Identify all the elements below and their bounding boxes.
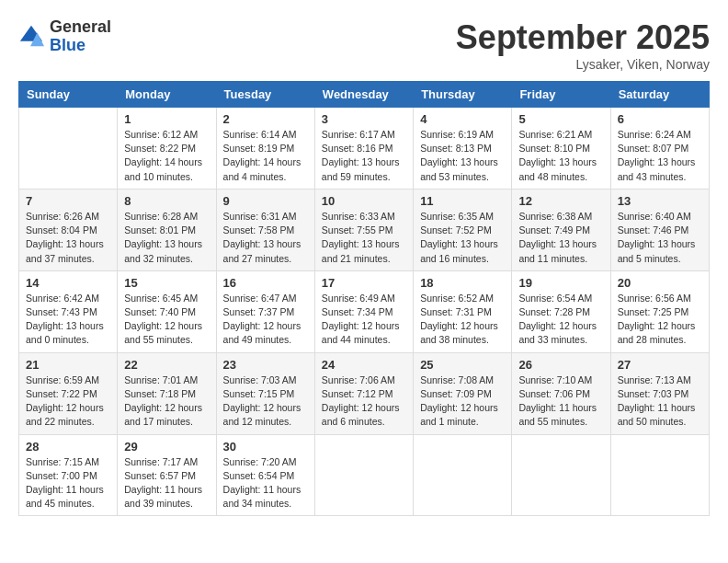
- day-number: 28: [26, 440, 110, 454]
- calendar-cell: [414, 434, 512, 516]
- calendar-cell: 23Sunrise: 7:03 AMSunset: 7:15 PMDayligh…: [216, 352, 314, 434]
- day-info: Sunrise: 7:08 AMSunset: 7:09 PMDaylight:…: [420, 373, 505, 430]
- day-number: 25: [420, 358, 505, 372]
- day-info: Sunrise: 7:20 AMSunset: 6:54 PMDaylight:…: [223, 455, 308, 511]
- day-number: 3: [322, 112, 406, 126]
- day-number: 16: [223, 276, 308, 290]
- day-info: Sunrise: 6:52 AMSunset: 7:31 PMDaylight:…: [420, 292, 505, 348]
- day-info: Sunrise: 7:15 AMSunset: 7:00 PMDaylight:…: [26, 455, 110, 511]
- day-info: Sunrise: 6:42 AMSunset: 7:43 PMDaylight:…: [26, 292, 110, 348]
- calendar-cell: 25Sunrise: 7:08 AMSunset: 7:09 PMDayligh…: [414, 352, 512, 434]
- weekday-header-thursday: Thursday: [414, 82, 512, 108]
- day-number: 23: [223, 358, 308, 372]
- weekday-header-saturday: Saturday: [610, 82, 709, 108]
- calendar-week-row: 21Sunrise: 6:59 AMSunset: 7:22 PMDayligh…: [19, 352, 710, 434]
- calendar-week-row: 14Sunrise: 6:42 AMSunset: 7:43 PMDayligh…: [19, 270, 710, 352]
- day-number: 17: [322, 276, 406, 290]
- calendar-cell: 9Sunrise: 6:31 AMSunset: 7:58 PMDaylight…: [216, 189, 314, 270]
- calendar-cell: 12Sunrise: 6:38 AMSunset: 7:49 PMDayligh…: [512, 189, 610, 270]
- day-number: 6: [618, 112, 702, 126]
- calendar-cell: 30Sunrise: 7:20 AMSunset: 6:54 PMDayligh…: [216, 434, 314, 516]
- logo-blue-text: Blue: [50, 37, 111, 55]
- calendar-cell: 15Sunrise: 6:45 AMSunset: 7:40 PMDayligh…: [118, 270, 216, 352]
- day-number: 4: [420, 112, 505, 126]
- logo-general-text: General: [50, 18, 111, 37]
- day-number: 24: [322, 358, 406, 372]
- calendar-cell: 27Sunrise: 7:13 AMSunset: 7:03 PMDayligh…: [610, 352, 709, 434]
- day-info: Sunrise: 7:06 AMSunset: 7:12 PMDaylight:…: [322, 373, 406, 430]
- calendar-cell: 18Sunrise: 6:52 AMSunset: 7:31 PMDayligh…: [414, 270, 512, 352]
- day-number: 1: [124, 112, 209, 126]
- day-info: Sunrise: 6:19 AMSunset: 8:13 PMDaylight:…: [420, 128, 505, 184]
- calendar-week-row: 28Sunrise: 7:15 AMSunset: 7:00 PMDayligh…: [19, 434, 710, 516]
- calendar-cell: 24Sunrise: 7:06 AMSunset: 7:12 PMDayligh…: [314, 352, 413, 434]
- day-info: Sunrise: 6:45 AMSunset: 7:40 PMDaylight:…: [124, 292, 209, 348]
- calendar-table: SundayMondayTuesdayWednesdayThursdayFrid…: [18, 81, 710, 516]
- calendar-cell: 3Sunrise: 6:17 AMSunset: 8:16 PMDaylight…: [314, 108, 413, 190]
- day-info: Sunrise: 6:38 AMSunset: 7:49 PMDaylight:…: [518, 210, 603, 266]
- day-info: Sunrise: 6:12 AMSunset: 8:22 PMDaylight:…: [124, 128, 209, 184]
- day-info: Sunrise: 6:24 AMSunset: 8:07 PMDaylight:…: [618, 128, 702, 184]
- calendar-cell: 14Sunrise: 6:42 AMSunset: 7:43 PMDayligh…: [19, 270, 118, 352]
- day-info: Sunrise: 6:31 AMSunset: 7:58 PMDaylight:…: [223, 210, 308, 266]
- calendar-cell: [610, 434, 709, 516]
- calendar-cell: [314, 434, 413, 516]
- month-title: September 2025: [456, 18, 710, 57]
- day-info: Sunrise: 6:33 AMSunset: 7:55 PMDaylight:…: [322, 210, 406, 266]
- day-info: Sunrise: 6:49 AMSunset: 7:34 PMDaylight:…: [322, 292, 406, 348]
- calendar-week-row: 7Sunrise: 6:26 AMSunset: 8:04 PMDaylight…: [19, 189, 710, 270]
- day-info: Sunrise: 6:35 AMSunset: 7:52 PMDaylight:…: [420, 210, 505, 266]
- calendar-cell: 6Sunrise: 6:24 AMSunset: 8:07 PMDaylight…: [610, 108, 709, 190]
- calendar-cell: [512, 434, 610, 516]
- calendar-cell: 26Sunrise: 7:10 AMSunset: 7:06 PMDayligh…: [512, 352, 610, 434]
- day-number: 9: [223, 194, 308, 208]
- day-info: Sunrise: 7:03 AMSunset: 7:15 PMDaylight:…: [223, 373, 308, 430]
- weekday-header-row: SundayMondayTuesdayWednesdayThursdayFrid…: [19, 82, 710, 108]
- day-number: 8: [124, 194, 209, 208]
- calendar-cell: 7Sunrise: 6:26 AMSunset: 8:04 PMDaylight…: [19, 189, 118, 270]
- day-number: 7: [26, 194, 110, 208]
- calendar-cell: 1Sunrise: 6:12 AMSunset: 8:22 PMDaylight…: [118, 108, 216, 190]
- day-info: Sunrise: 6:54 AMSunset: 7:28 PMDaylight:…: [518, 292, 603, 348]
- calendar-week-row: 1Sunrise: 6:12 AMSunset: 8:22 PMDaylight…: [19, 108, 710, 190]
- page-header: General Blue September 2025 Lysaker, Vik…: [18, 18, 710, 72]
- day-number: 2: [223, 112, 308, 126]
- day-number: 22: [124, 358, 209, 372]
- day-number: 19: [518, 276, 603, 290]
- day-number: 18: [420, 276, 505, 290]
- calendar-cell: 10Sunrise: 6:33 AMSunset: 7:55 PMDayligh…: [314, 189, 413, 270]
- day-number: 15: [124, 276, 209, 290]
- day-info: Sunrise: 6:28 AMSunset: 8:01 PMDaylight:…: [124, 210, 209, 266]
- day-info: Sunrise: 6:40 AMSunset: 7:46 PMDaylight:…: [618, 210, 702, 266]
- weekday-header-wednesday: Wednesday: [314, 82, 413, 108]
- day-number: 10: [322, 194, 406, 208]
- logo-text: General Blue: [50, 18, 111, 55]
- day-number: 21: [26, 358, 110, 372]
- calendar-cell: 28Sunrise: 7:15 AMSunset: 7:00 PMDayligh…: [19, 434, 118, 516]
- weekday-header-sunday: Sunday: [19, 82, 118, 108]
- calendar-cell: [19, 108, 118, 190]
- day-info: Sunrise: 6:17 AMSunset: 8:16 PMDaylight:…: [322, 128, 406, 184]
- day-number: 13: [618, 194, 702, 208]
- calendar-cell: 11Sunrise: 6:35 AMSunset: 7:52 PMDayligh…: [414, 189, 512, 270]
- calendar-cell: 21Sunrise: 6:59 AMSunset: 7:22 PMDayligh…: [19, 352, 118, 434]
- day-number: 14: [26, 276, 110, 290]
- calendar-cell: 8Sunrise: 6:28 AMSunset: 8:01 PMDaylight…: [118, 189, 216, 270]
- title-area: September 2025 Lysaker, Viken, Norway: [456, 18, 710, 72]
- calendar-cell: 22Sunrise: 7:01 AMSunset: 7:18 PMDayligh…: [118, 352, 216, 434]
- calendar-cell: 5Sunrise: 6:21 AMSunset: 8:10 PMDaylight…: [512, 108, 610, 190]
- day-info: Sunrise: 7:13 AMSunset: 7:03 PMDaylight:…: [618, 373, 702, 430]
- calendar-cell: 2Sunrise: 6:14 AMSunset: 8:19 PMDaylight…: [216, 108, 314, 190]
- calendar-cell: 29Sunrise: 7:17 AMSunset: 6:57 PMDayligh…: [118, 434, 216, 516]
- day-info: Sunrise: 6:56 AMSunset: 7:25 PMDaylight:…: [618, 292, 702, 348]
- weekday-header-tuesday: Tuesday: [216, 82, 314, 108]
- day-info: Sunrise: 7:01 AMSunset: 7:18 PMDaylight:…: [124, 373, 209, 430]
- day-number: 5: [518, 112, 603, 126]
- logo-icon: [18, 24, 44, 50]
- day-number: 26: [518, 358, 603, 372]
- logo: General Blue: [18, 18, 111, 55]
- day-number: 30: [223, 440, 308, 454]
- calendar-cell: 19Sunrise: 6:54 AMSunset: 7:28 PMDayligh…: [512, 270, 610, 352]
- day-number: 20: [618, 276, 702, 290]
- day-number: 12: [518, 194, 603, 208]
